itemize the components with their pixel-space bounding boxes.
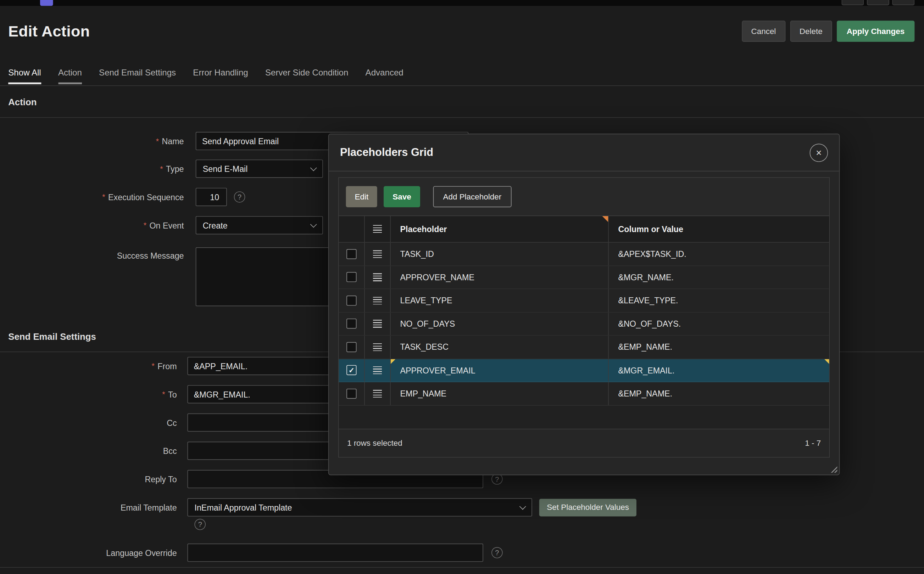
tab-advanced[interactable]: Advanced xyxy=(366,68,403,78)
question-glyph: ? xyxy=(238,193,242,201)
tab-send-email-settings[interactable]: Send Email Settings xyxy=(99,68,176,78)
row-actions-cell[interactable] xyxy=(365,336,391,358)
placeholder-value: TASK_ID xyxy=(400,249,434,259)
grid-empty-area xyxy=(339,405,829,428)
grid-row[interactable]: ✓APPROVER_EMAIL&MGR_EMAIL. xyxy=(339,359,829,382)
placeholder-column-header[interactable]: Placeholder xyxy=(391,216,609,242)
grid-row[interactable]: EMP_NAME&EMP_NAME. xyxy=(339,382,829,406)
placeholder-cell[interactable]: LEAVE_TYPE xyxy=(391,289,609,312)
column-value-cell[interactable]: &MGR_EMAIL. xyxy=(609,359,829,382)
apply-changes-button[interactable]: Apply Changes xyxy=(837,20,915,42)
row-checkbox[interactable] xyxy=(346,319,356,329)
set-placeholder-values-button[interactable]: Set Placeholder Values xyxy=(539,498,637,516)
row-select-cell[interactable] xyxy=(339,312,365,335)
column-value-cell[interactable]: &MGR_NAME. xyxy=(609,266,829,289)
grid-row[interactable]: TASK_ID&APEX$TASK_ID. xyxy=(339,243,829,266)
resize-handle[interactable] xyxy=(830,465,837,473)
row-actions-cell[interactable] xyxy=(365,289,391,312)
close-button[interactable]: ✕ xyxy=(810,144,828,162)
delete-button[interactable]: Delete xyxy=(790,20,832,42)
question-glyph: ? xyxy=(495,475,499,483)
edit-action-page: Edit Action Cancel Delete Apply Changes … xyxy=(0,0,924,574)
grid-row[interactable]: TASK_DESC&EMP_NAME. xyxy=(339,336,829,359)
row-select-cell[interactable] xyxy=(339,289,365,312)
row-checkbox[interactable] xyxy=(346,249,356,259)
row-select-cell[interactable] xyxy=(339,243,365,265)
grid-row[interactable]: APPROVER_NAME&MGR_NAME. xyxy=(339,266,829,289)
column-value-cell[interactable]: &EMP_NAME. xyxy=(609,336,829,358)
on-event-select[interactable]: Create xyxy=(196,216,323,235)
column-value: &EMP_NAME. xyxy=(618,389,672,398)
column-value-cell[interactable]: &APEX$TASK_ID. xyxy=(609,243,829,265)
language-override-input[interactable] xyxy=(188,544,483,562)
column-value-cell[interactable]: &NO_OF_DAYS. xyxy=(609,312,829,335)
column-value-cell[interactable]: &LEAVE_TYPE. xyxy=(609,289,829,312)
region-tabs: Show AllActionSend Email SettingsError H… xyxy=(0,61,924,86)
column-value: &APEX$TASK_ID. xyxy=(618,249,686,259)
cancel-button[interactable]: Cancel xyxy=(742,20,785,42)
row-actions-cell[interactable] xyxy=(365,312,391,335)
row-actions-cell[interactable] xyxy=(365,243,391,265)
tab-error-handling[interactable]: Error Handling xyxy=(193,68,248,78)
tab-show-all[interactable]: Show All xyxy=(8,68,41,78)
pagination-range: 1 - 7 xyxy=(805,438,821,447)
row-actions-cell[interactable] xyxy=(365,266,391,289)
row-checkbox[interactable] xyxy=(346,295,356,306)
bcc-label: Bcc xyxy=(0,446,177,456)
drag-handle-icon xyxy=(373,390,382,397)
placeholder-value: EMP_NAME xyxy=(400,389,446,398)
placeholder-cell[interactable]: NO_OF_DAYS xyxy=(391,312,609,335)
placeholders-grid: Edit Save Add Placeholder Placeholder Co… xyxy=(338,177,830,457)
tab-action[interactable]: Action xyxy=(58,68,82,78)
row-checkbox[interactable]: ✓ xyxy=(346,365,356,375)
grid-footer: 1 rows selected 1 - 7 xyxy=(339,428,829,457)
row-checkbox[interactable] xyxy=(346,272,356,282)
help-icon[interactable]: ? xyxy=(491,547,503,558)
type-select[interactable]: Send E-Mail xyxy=(196,159,323,178)
app-logo-fragment[interactable] xyxy=(40,0,53,6)
select-all-cell[interactable] xyxy=(339,216,365,242)
section-divider xyxy=(0,567,924,568)
execution-sequence-input[interactable] xyxy=(196,188,227,206)
column-value-cell[interactable]: &EMP_NAME. xyxy=(609,382,829,405)
top-nav-button-fragment[interactable] xyxy=(892,0,915,5)
row-checkbox[interactable] xyxy=(346,389,356,399)
help-icon[interactable]: ? xyxy=(234,191,245,203)
row-actions-cell[interactable] xyxy=(365,382,391,405)
value-column-header[interactable]: Column or Value xyxy=(609,216,829,242)
placeholder-value: APPROVER_NAME xyxy=(400,273,474,282)
email-template-select[interactable]: InEmail Approval Template xyxy=(188,498,532,517)
placeholder-cell[interactable]: APPROVER_NAME xyxy=(391,266,609,289)
chevron-down-icon xyxy=(310,164,317,171)
question-glyph: ? xyxy=(198,520,202,528)
row-actions-cell[interactable] xyxy=(365,359,391,382)
row-actions-column-header[interactable] xyxy=(365,216,391,242)
top-nav-button-fragment[interactable] xyxy=(841,0,864,5)
on-event-select-value: Create xyxy=(203,221,227,230)
add-placeholder-button[interactable]: Add Placeholder xyxy=(433,186,511,207)
placeholder-cell[interactable]: TASK_DESC xyxy=(391,336,609,358)
section-divider xyxy=(0,117,924,118)
drag-handle-icon xyxy=(373,366,382,374)
row-select-cell[interactable] xyxy=(339,382,365,405)
placeholder-cell[interactable]: TASK_ID xyxy=(391,243,609,265)
row-select-cell[interactable] xyxy=(339,266,365,289)
on-event-label: On Event xyxy=(0,221,184,230)
tab-server-side-condition[interactable]: Server Side Condition xyxy=(265,68,348,78)
help-icon[interactable]: ? xyxy=(194,519,205,530)
row-checkbox[interactable] xyxy=(346,342,356,352)
placeholder-cell[interactable]: EMP_NAME xyxy=(391,382,609,405)
row-select-cell[interactable]: ✓ xyxy=(339,359,365,382)
grid-row[interactable]: NO_OF_DAYS&NO_OF_DAYS. xyxy=(339,312,829,336)
placeholder-value: NO_OF_DAYS xyxy=(400,319,455,328)
edit-button[interactable]: Edit xyxy=(346,186,377,207)
email-template-select-value: InEmail Approval Template xyxy=(194,503,292,512)
save-button[interactable]: Save xyxy=(384,186,420,207)
top-nav-button-fragment[interactable] xyxy=(867,0,889,5)
row-select-cell[interactable] xyxy=(339,336,365,358)
column-value: &NO_OF_DAYS. xyxy=(618,319,681,328)
placeholder-value: LEAVE_TYPE xyxy=(400,296,452,306)
grid-row[interactable]: LEAVE_TYPE&LEAVE_TYPE. xyxy=(339,289,829,312)
placeholder-cell[interactable]: APPROVER_EMAIL xyxy=(391,359,609,382)
chevron-down-icon xyxy=(310,221,317,227)
